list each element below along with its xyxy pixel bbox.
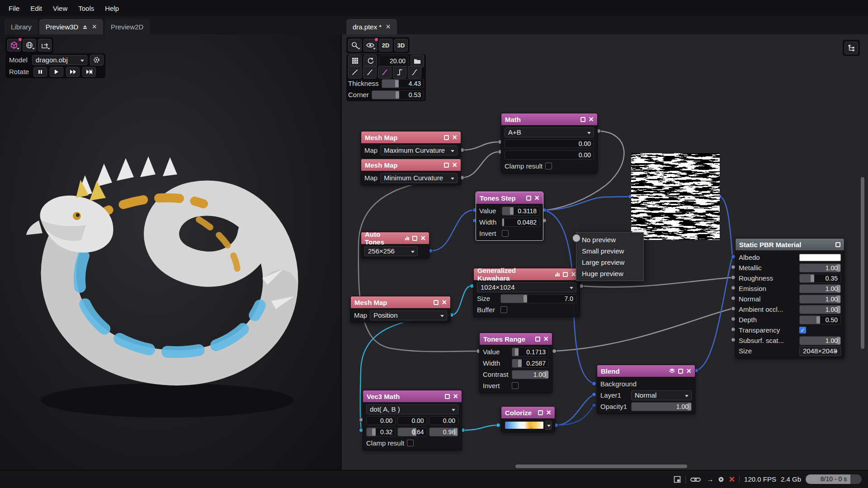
model-select[interactable]: dragon.obj (32, 55, 87, 65)
value-slider[interactable]: 0.3118 (502, 206, 540, 216)
histogram-icon[interactable] (555, 272, 560, 277)
preview-toggle-icon[interactable] (444, 163, 449, 168)
node-header[interactable]: Auto Tones × (361, 232, 429, 244)
menu-item-large-preview[interactable]: Large preview (576, 257, 643, 268)
gradient-stop[interactable] (529, 426, 533, 429)
preview-toggle-icon[interactable] (538, 410, 543, 415)
math-operation-select[interactable]: A+B (505, 127, 594, 137)
stroke-step-button[interactable] (393, 66, 406, 79)
close-icon[interactable]: × (571, 270, 576, 278)
node-static-pbr-material[interactable]: Static PBR Material Albedo Metallic 1.00… (735, 238, 844, 358)
hierarchy-button[interactable] (844, 42, 858, 54)
node-tones-step[interactable]: Tones Step × Value 0.3118 Width 0.0482 I… (476, 192, 543, 241)
close-icon[interactable]: × (452, 133, 457, 141)
grid-size-field[interactable]: 20.00 (379, 56, 409, 66)
tab-preview3d[interactable]: Preview3D × (39, 19, 103, 34)
metallic-slider[interactable]: 1.00 (799, 263, 841, 272)
preview-toggle-icon[interactable] (563, 272, 568, 277)
node-math[interactable]: Math × A+B 0.00 0.00 Clamp result (501, 113, 598, 174)
link-icon[interactable] (690, 476, 702, 483)
preview-toggle-icon[interactable] (535, 337, 540, 342)
eject-icon[interactable] (82, 24, 88, 29)
preview-toggle-icon[interactable] (835, 242, 840, 247)
opacity-slider[interactable]: 1.00 (631, 402, 692, 411)
material-preview-button[interactable] (7, 39, 21, 52)
menu-item-small-preview[interactable]: Small preview (576, 245, 643, 257)
close-icon[interactable]: × (453, 392, 458, 400)
panels-icon[interactable] (674, 476, 681, 483)
close-icon[interactable]: × (686, 367, 691, 375)
close-icon[interactable]: × (543, 335, 548, 343)
node-header[interactable]: Mesh Map × (361, 131, 461, 143)
zoom-button[interactable] (348, 39, 362, 52)
gradient-editor[interactable] (505, 421, 544, 429)
folder-button[interactable] (410, 55, 424, 67)
node-header[interactable]: Colorize × (501, 407, 555, 418)
pause-button[interactable] (33, 67, 47, 77)
close-icon[interactable]: × (92, 23, 97, 31)
close-icon[interactable]: × (589, 115, 594, 123)
gradient-stop[interactable] (522, 426, 526, 429)
vec3-b-x[interactable]: 0.32 (366, 427, 396, 436)
menu-file[interactable]: File (4, 2, 24, 14)
preview-toggle-icon[interactable] (445, 394, 450, 399)
node-generalized-kuwahara[interactable]: Generalized Kuwahara × 1024×1024 Size 7.… (473, 268, 580, 317)
environment-button[interactable] (23, 39, 36, 52)
roughness-slider[interactable]: 0.35 (799, 274, 841, 283)
preview-toggle-icon[interactable] (526, 196, 531, 201)
preview-toggle-icon[interactable] (434, 300, 439, 305)
cancel-render-icon[interactable]: × (729, 474, 735, 484)
subsurface-slider[interactable]: 1.00 (799, 336, 841, 345)
node-tones-range[interactable]: Tones Range × Value 0.1713 Width 0.2587 … (479, 333, 552, 393)
tab-library[interactable]: Library (5, 19, 38, 34)
snap-rotate-button[interactable] (363, 55, 377, 67)
corner-slider[interactable]: 0.53 (372, 90, 424, 99)
tab-preview2d[interactable]: Preview2D (104, 19, 150, 34)
skip-forward-button[interactable] (82, 67, 96, 77)
resolution-select[interactable]: 256×256 (364, 246, 418, 256)
preview-2d-button[interactable]: 2D (379, 39, 392, 52)
thickness-slider[interactable]: 4.43 (382, 79, 424, 88)
node-blend[interactable]: Blend × Background Layer1 Normal Opacity… (597, 365, 695, 414)
invert-checkbox[interactable] (502, 230, 509, 237)
gradient-menu-button[interactable] (545, 421, 552, 430)
menu-item-no-preview[interactable]: No preview (576, 234, 643, 245)
clamp-checkbox[interactable] (407, 440, 414, 446)
menu-help[interactable]: Help (100, 2, 124, 14)
node-vec3-math[interactable]: Vec3 Math × dot( A, B ) 0.00 0.00 0.00 0… (363, 390, 462, 450)
node-header[interactable]: Blend × (597, 365, 695, 377)
menu-edit[interactable]: Edit (25, 2, 47, 14)
map-select[interactable]: Maximum Curvature (380, 145, 458, 155)
math-b-slider[interactable]: 0.00 (505, 150, 594, 160)
depth-slider[interactable]: 0.50 (799, 315, 841, 324)
clamp-checkbox[interactable] (545, 163, 552, 169)
ambient-occlusion-slider[interactable]: 1.00 (799, 305, 841, 314)
width-slider[interactable]: 0.2587 (512, 359, 549, 368)
preview-3d-button[interactable]: 3D (394, 39, 408, 52)
node-header[interactable]: Vec3 Math × (363, 390, 462, 402)
node-header[interactable]: Mesh Map × (361, 159, 461, 171)
preview3d-viewport[interactable] (0, 34, 340, 470)
model-settings-button[interactable] (90, 55, 104, 66)
invert-checkbox[interactable] (512, 382, 519, 389)
preview-toggle-icon[interactable] (444, 135, 449, 140)
node-header[interactable]: Generalized Kuwahara × (474, 268, 580, 280)
node-preview-image[interactable] (631, 153, 720, 240)
preview-toggle-icon[interactable] (412, 236, 417, 241)
blend-mode-select[interactable]: Normal (631, 390, 692, 400)
target-icon[interactable] (718, 476, 724, 483)
vec3-b-y[interactable]: 0.64 (397, 427, 427, 436)
resolution-select[interactable]: 1024×1024 (477, 282, 576, 292)
contrast-slider[interactable]: 1.00 (512, 370, 549, 379)
width-slider[interactable]: 0.0482 (502, 218, 540, 227)
math-a-slider[interactable]: 0.00 (505, 139, 594, 148)
size-select[interactable]: 2048×2048 (799, 346, 841, 356)
value-slider[interactable]: 0.1713 (512, 347, 549, 357)
stroke-smoothstep-button[interactable] (408, 66, 421, 79)
export-button[interactable] (38, 39, 52, 52)
connection-drag-handle[interactable] (572, 234, 580, 242)
tab-graph-document[interactable]: dra.ptex * × (346, 19, 397, 34)
size-slider[interactable]: 7.0 (500, 294, 576, 303)
histogram-icon[interactable] (405, 235, 410, 241)
node-mesh-map-2[interactable]: Mesh Map × Map Minimum Curvature (361, 159, 461, 185)
